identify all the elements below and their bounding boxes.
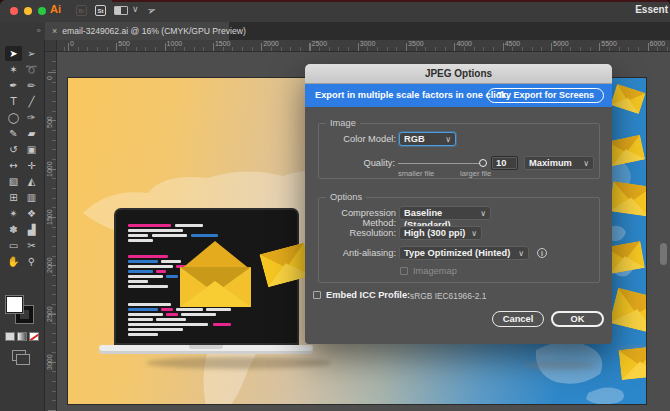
imagemap-checkbox <box>400 267 408 275</box>
embed-icc-profile-label: Embed ICC Profile: <box>326 290 410 300</box>
ruler-v-label: 1000 <box>46 161 53 177</box>
eyedropper-tool[interactable]: ✴ <box>5 206 22 221</box>
share-icon[interactable]: ➢ <box>145 3 158 18</box>
resolution-label: Resolution: <box>325 228 396 238</box>
imagemap-label: Imagemap <box>413 266 457 276</box>
anti-aliasing-dropdown[interactable]: Type Optimized (Hinted)∨ <box>399 246 529 260</box>
line-segment-tool[interactable]: ╱ <box>23 94 40 109</box>
slider-left-label: smaller file <box>398 169 434 178</box>
ruler-v-label: 500 <box>46 117 53 129</box>
document-tab[interactable]: ×email-3249062.ai @ 16% (CMYK/GPU Previe… <box>45 22 229 40</box>
icc-profile-value: sRGB IEC61966-2.1 <box>410 291 486 301</box>
color-model-dropdown[interactable]: RGB∨ <box>399 132 456 146</box>
quality-preset-dropdown[interactable]: Maximum∨ <box>524 156 594 170</box>
width-tool[interactable]: ↔ <box>5 158 22 173</box>
eraser-tool[interactable]: ▰ <box>23 126 40 141</box>
chevron-down-icon: ∨ <box>471 228 477 240</box>
ruler-v-label: 0 <box>46 76 53 80</box>
ruler-h-label: 5000 <box>553 40 569 47</box>
image-group-label: Image <box>326 118 360 128</box>
ruler-v-label: 2500 <box>46 306 53 322</box>
quality-slider-knob[interactable] <box>479 159 487 167</box>
mesh-tool[interactable]: ⊞ <box>5 190 22 205</box>
none-button[interactable] <box>29 332 39 341</box>
dialog-body: Image Color Model: RGB∨ Quality: 10 Maxi… <box>305 107 612 344</box>
info-icon[interactable]: i <box>537 248 547 258</box>
horizontal-ruler: 0500100015002000250030003500400045005000… <box>57 40 670 52</box>
ellipse-tool[interactable]: ◯ <box>5 110 22 125</box>
vertical-ruler: 050010001500200025003000 <box>45 52 57 411</box>
zoom-window-button[interactable] <box>38 7 46 15</box>
cancel-button[interactable]: Cancel <box>492 311 544 327</box>
illustrator-window: Ai Br St ∨ ➢ Essent » ×email-3249062.ai … <box>0 0 670 411</box>
canvas-area: 0500100015002000250030003500400045005000… <box>45 40 670 411</box>
ruler-h-label: 6000 <box>650 40 666 47</box>
selection-tool[interactable]: ➤ <box>5 46 22 61</box>
paintbrush-tool[interactable]: ✑ <box>23 110 40 125</box>
pen-tool[interactable]: ✒ <box>5 78 22 93</box>
quality-input[interactable]: 10 <box>491 156 518 170</box>
ruler-h-label: 3000 <box>360 40 376 47</box>
flying-envelope-graphic <box>619 346 647 380</box>
rotate-tool[interactable]: ↺ <box>5 142 22 157</box>
scale-tool[interactable]: ▣ <box>23 142 40 157</box>
try-export-for-screens-button[interactable]: Try Export for Screens <box>487 88 604 103</box>
workspace-switcher[interactable]: Essent <box>635 4 670 15</box>
shape-builder-tool[interactable]: ▧ <box>5 174 22 189</box>
document-tab-bar: » ×email-3249062.ai @ 16% (CMYK/GPU Prev… <box>0 22 670 40</box>
direct-selection-tool[interactable]: ➢ <box>23 46 40 61</box>
chevron-down-icon: ∨ <box>480 208 486 220</box>
chevron-down-icon: ∨ <box>518 248 524 260</box>
fill-swatch[interactable] <box>6 296 23 313</box>
symbol-sprayer-tool[interactable]: ✽ <box>5 222 22 237</box>
draw-mode-button[interactable] <box>12 350 26 361</box>
laptop-notch <box>189 345 223 349</box>
toolbar-header: » <box>0 22 45 40</box>
hand-tool[interactable]: ✋ <box>5 254 22 269</box>
zoom-tool[interactable]: ⚲ <box>23 254 40 269</box>
color-model-label: Color Model: <box>325 134 396 144</box>
image-group: Image <box>318 123 600 179</box>
resolution-dropdown[interactable]: High (300 ppi)∨ <box>399 226 482 240</box>
color-button[interactable] <box>5 332 15 341</box>
bridge-icon[interactable]: Br <box>76 5 87 16</box>
jpeg-options-dialog: JPEG Options Export in multiple scale fa… <box>305 64 612 344</box>
chevron-down-icon: ∨ <box>583 158 589 170</box>
perspective-grid-tool[interactable]: ◭ <box>23 174 40 189</box>
laptop-shadow <box>146 357 331 369</box>
minimize-window-button[interactable] <box>24 7 32 15</box>
artboard-tool[interactable]: ▭ <box>5 238 22 253</box>
shaper-tool[interactable]: ✎ <box>5 126 22 141</box>
curvature-tool[interactable]: ✏ <box>23 78 40 93</box>
magic-wand-tool[interactable]: ✶ <box>5 62 22 77</box>
slider-right-label: larger file <box>460 169 491 178</box>
chevron-down-icon[interactable]: ∨ <box>132 4 139 14</box>
menubar: Ai Br St ∨ ➢ Essent <box>0 0 670 22</box>
ok-button[interactable]: OK <box>551 311 604 327</box>
embed-icc-profile-checkbox[interactable] <box>313 291 321 299</box>
gradient-button[interactable] <box>17 332 27 341</box>
slice-tool[interactable]: ✂ <box>23 238 40 253</box>
options-group-label: Options <box>326 192 366 202</box>
document-tab-title: email-3249062.ai @ 16% (CMYK/GPU Preview… <box>62 26 246 36</box>
graph-tool[interactable]: ▟ <box>23 222 40 237</box>
close-window-button[interactable] <box>10 7 18 15</box>
tools-panel: ➤➢✶➰✒✏T╱◯✑✎▰↺▣↔✛▧◭⊞▥✴❖✽▟▭✂✋⚲ <box>0 40 45 411</box>
type-tool[interactable]: T <box>5 94 22 109</box>
vertical-scrollbar-thumb[interactable] <box>660 243 667 265</box>
blend-tool[interactable]: ❖ <box>23 206 40 221</box>
dialog-title[interactable]: JPEG Options <box>305 64 612 84</box>
compression-method-label: Compression Method: <box>319 208 396 228</box>
gradient-tool[interactable]: ▥ <box>23 190 40 205</box>
puppet-warp-tool[interactable]: ✛ <box>23 158 40 173</box>
ruler-h-label: 500 <box>118 40 130 47</box>
lasso-tool[interactable]: ➰ <box>23 62 40 77</box>
stock-icon[interactable]: St <box>95 5 106 16</box>
ruler-h-label: 0 <box>70 40 74 47</box>
compression-method-dropdown[interactable]: Baseline (Standard)∨ <box>399 206 491 220</box>
ruler-h-label: 5500 <box>601 40 617 47</box>
arrange-documents-icon[interactable] <box>114 6 128 15</box>
quality-slider-track[interactable] <box>398 163 479 164</box>
ruler-corner <box>45 40 57 52</box>
close-tab-icon[interactable]: × <box>45 26 62 36</box>
